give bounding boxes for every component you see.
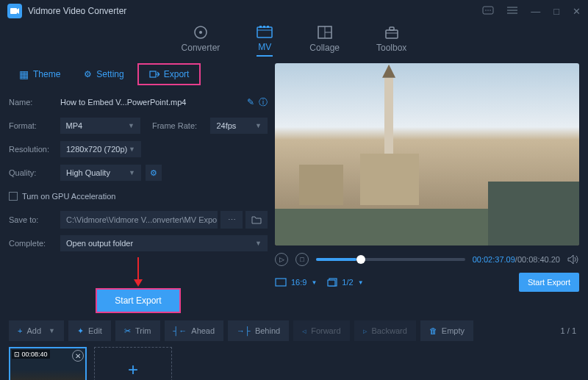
empty-label: Empty — [442, 326, 465, 335]
menu-icon[interactable] — [507, 6, 517, 17]
annotation-arrow-icon — [131, 257, 146, 287]
svg-rect-25 — [328, 280, 335, 286]
browse-path-button[interactable]: ⋯ — [220, 211, 243, 229]
close-button[interactable]: ✕ — [573, 6, 581, 17]
behind-button[interactable]: →├Behind — [228, 320, 289, 341]
titlebar: Vidmore Video Converter — □ ✕ — [0, 0, 588, 22]
backward-icon: ▹ — [363, 326, 368, 336]
empty-button[interactable]: 🗑Empty — [420, 320, 473, 341]
maximize-button[interactable]: □ — [553, 6, 559, 17]
time-current: 00:02:37.09 — [473, 255, 515, 264]
subtab-theme-label: Theme — [33, 69, 60, 79]
start-export-small-button[interactable]: Start Export — [519, 273, 579, 292]
format-label: Format: — [9, 121, 60, 130]
start-export-button[interactable]: Start Export — [96, 288, 180, 313]
forward-label: Forward — [311, 326, 340, 335]
aspect-icon — [275, 278, 287, 287]
name-label: Name: — [9, 98, 60, 107]
edit-name-icon[interactable]: ✎ — [247, 97, 254, 107]
nav-toolbox-label: Toolbox — [376, 43, 406, 53]
bottom-toolbar: +Add▼ ✦Edit ✂Trim ┤←Ahead →├Behind ◃Forw… — [0, 313, 588, 341]
play-button[interactable]: ▷ — [275, 253, 288, 266]
backward-button[interactable]: ▹Backward — [354, 320, 416, 341]
gpu-checkbox-row[interactable]: Turn on GPU Acceleration — [9, 187, 268, 206]
chevron-down-icon: ▼ — [311, 279, 317, 286]
stop-button[interactable]: □ — [295, 253, 309, 266]
add-clip-button[interactable]: + — [94, 347, 172, 380]
name-value: How to Embed V...PowerPoint.mp4 — [60, 98, 243, 107]
nav-collage[interactable]: Collage — [309, 25, 340, 56]
aspect-value: 16:9 — [291, 278, 306, 287]
gpu-checkbox[interactable] — [9, 192, 18, 201]
app-title: Vidmore Video Converter — [28, 6, 482, 16]
open-folder-icon[interactable] — [245, 211, 268, 229]
app-logo-icon — [7, 4, 22, 18]
quality-dropdown[interactable]: High Quality ▼ — [60, 165, 141, 181]
complete-dropdown[interactable]: Open output folder ▼ — [60, 235, 268, 251]
edit-label: Edit — [88, 326, 102, 335]
framerate-dropdown[interactable]: 24fps ▼ — [210, 118, 268, 134]
subtab-theme[interactable]: ▦ Theme — [9, 63, 71, 85]
forward-button[interactable]: ◃Forward — [293, 320, 349, 341]
behind-icon: →├ — [237, 326, 251, 335]
nav-mv[interactable]: MV — [257, 24, 273, 57]
plus-icon: + — [18, 326, 22, 335]
svg-rect-19 — [390, 27, 394, 30]
clip-thumbnail[interactable]: ⊡ 00:08:40 ✕ ▷ 🔇 ✦ ✂ — [9, 347, 87, 380]
framerate-value: 24fps — [216, 121, 236, 130]
page-indicator: 1 / 1 — [561, 326, 579, 335]
aspect-ratio-dropdown[interactable]: 16:9 ▼ — [275, 278, 317, 287]
ahead-label: Ahead — [191, 326, 215, 335]
chevron-down-icon: ▼ — [358, 279, 364, 286]
setting-icon: ⚙ — [84, 69, 92, 79]
minimize-button[interactable]: — — [531, 6, 540, 17]
svg-rect-10 — [257, 27, 272, 37]
nav-toolbox[interactable]: Toolbox — [376, 25, 406, 56]
trim-button[interactable]: ✂Trim — [115, 320, 160, 341]
resolution-dropdown[interactable]: 1280x720 (720p) ▼ — [60, 141, 141, 157]
quality-value: High Quality — [66, 168, 110, 177]
subtab-export-label: Export — [164, 69, 190, 79]
format-dropdown[interactable]: MP4 ▼ — [60, 118, 140, 134]
nav-converter[interactable]: Converter — [182, 25, 220, 56]
video-preview[interactable] — [275, 63, 579, 245]
remove-clip-icon[interactable]: ✕ — [72, 350, 84, 362]
info-icon[interactable]: ⓘ — [259, 96, 268, 109]
ahead-button[interactable]: ┤←Ahead — [165, 320, 224, 341]
add-button[interactable]: +Add▼ — [9, 320, 64, 341]
saveto-label: Save to: — [9, 215, 60, 224]
resolution-value: 1280x720 (720p) — [66, 145, 127, 154]
seek-bar[interactable] — [316, 258, 465, 261]
collage-icon — [318, 25, 332, 40]
page-dropdown[interactable]: 1/2 ▼ — [327, 278, 363, 287]
ahead-icon: ┤← — [173, 326, 187, 335]
svg-rect-14 — [267, 26, 269, 28]
volume-icon[interactable] — [567, 254, 579, 265]
gpu-label: Turn on GPU Acceleration — [22, 192, 115, 201]
scissors-icon: ✂ — [124, 326, 131, 336]
subtab-setting[interactable]: ⚙ Setting — [74, 63, 134, 85]
chevron-down-icon: ▼ — [129, 146, 135, 153]
framerate-label: Frame Rate: — [152, 121, 210, 130]
svg-rect-23 — [276, 279, 286, 286]
chevron-down-icon: ▼ — [255, 122, 262, 129]
complete-value: Open output folder — [66, 239, 133, 248]
chevron-down-icon: ▼ — [49, 327, 55, 334]
toolbox-icon — [384, 25, 399, 40]
subtab-export[interactable]: Export — [137, 63, 201, 85]
chevron-down-icon: ▼ — [129, 169, 135, 176]
wand-icon: ✦ — [77, 326, 84, 336]
backward-label: Backward — [372, 326, 407, 335]
export-icon — [149, 70, 159, 79]
thumbnail-strip: ⊡ 00:08:40 ✕ ▷ 🔇 ✦ ✂ + — [0, 341, 588, 380]
feedback-icon[interactable] — [482, 6, 494, 17]
export-panel: ▦ Theme ⚙ Setting Export Name: How to Em… — [9, 63, 268, 313]
svg-rect-12 — [259, 26, 262, 28]
svg-rect-13 — [263, 26, 265, 28]
resolution-label: Resolution: — [9, 145, 60, 154]
svg-rect-18 — [386, 30, 398, 38]
page-value: 1/2 — [342, 278, 353, 287]
quality-settings-icon[interactable]: ⚙ — [146, 165, 162, 181]
saveto-path: C:\Vidmore\Vidmore V...onverter\MV Expor… — [60, 211, 218, 229]
edit-button[interactable]: ✦Edit — [68, 320, 111, 341]
